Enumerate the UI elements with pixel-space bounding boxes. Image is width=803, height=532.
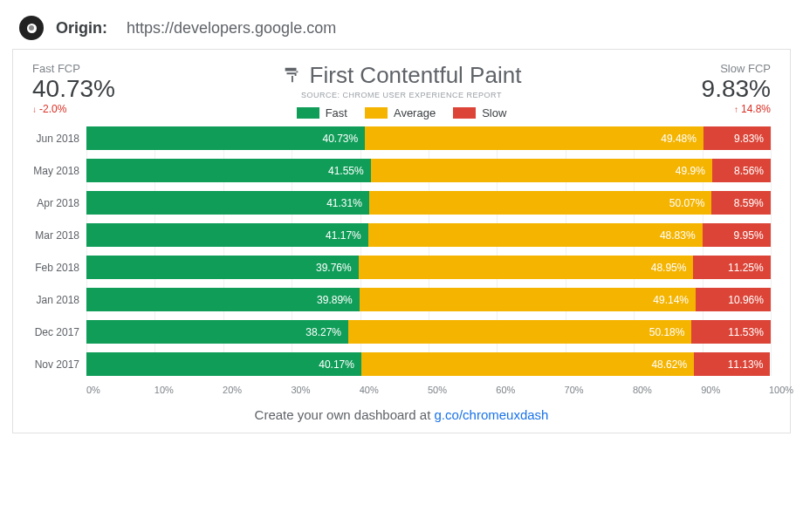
chart-row: Mar 201841.17%48.83%9.95% xyxy=(32,223,771,247)
legend-fast: Fast xyxy=(297,106,347,119)
origin-bar: Origin: https://developers.google.com xyxy=(0,0,803,49)
slow-fcp-label: Slow FCP xyxy=(622,62,771,75)
fcp-card: Fast FCP 40.73% ↓ -2.0% First Contentful… xyxy=(12,49,791,433)
segment-slow: 10.96% xyxy=(696,288,771,311)
stacked-bar: 40.17%48.62%11.13% xyxy=(86,352,771,376)
segment-avg: 49.14% xyxy=(360,288,696,311)
axis-tick: 0% xyxy=(86,385,87,395)
axis-tick: 60% xyxy=(496,385,497,395)
footer-link[interactable]: g.co/chromeuxdash xyxy=(435,407,549,422)
segment-avg: 49.9% xyxy=(371,159,712,182)
row-label: Nov 2017 xyxy=(32,358,86,371)
swatch-average-icon xyxy=(365,107,388,119)
arrow-down-icon: ↓ xyxy=(32,105,37,114)
chart-row: May 201841.55%49.9%8.56% xyxy=(32,159,771,182)
slow-fcp-value: 9.83% xyxy=(622,75,771,103)
fcp-chart: Jun 201840.73%49.48%9.83%May 201841.55%4… xyxy=(32,126,771,376)
axis-tick: 50% xyxy=(428,385,429,395)
segment-fast: 38.27% xyxy=(86,320,348,344)
row-label: Jun 2018 xyxy=(32,133,86,145)
chart-source: SOURCE: CHROME USER EXPERIENCE REPORT xyxy=(181,91,622,99)
axis-tick: 70% xyxy=(565,385,566,395)
row-label: Jan 2018 xyxy=(32,294,86,306)
stacked-bar: 40.73%49.48%9.83% xyxy=(86,126,771,150)
chart-row: Dec 201738.27%50.18%11.53% xyxy=(32,320,771,344)
footer-text: Create your own dashboard at g.co/chrome… xyxy=(32,407,771,422)
chart-x-axis: 0%10%20%30%40%50%60%70%80%90%100% xyxy=(86,385,771,395)
fast-fcp-value: 40.73% xyxy=(32,75,181,103)
axis-tick: 80% xyxy=(633,385,634,395)
stacked-bar: 41.55%49.9%8.56% xyxy=(86,159,771,182)
chart-row: Apr 201841.31%50.07%8.59% xyxy=(32,191,771,215)
axis-tick: 100% xyxy=(769,385,770,395)
legend-slow: Slow xyxy=(453,106,506,119)
stacked-bar: 39.76%48.95%11.25% xyxy=(86,256,771,279)
segment-slow: 9.83% xyxy=(703,126,771,150)
legend-average: Average xyxy=(365,106,436,119)
swatch-fast-icon xyxy=(297,107,319,119)
chart-title: First Contentful Paint xyxy=(310,62,522,89)
row-label: Mar 2018 xyxy=(32,229,86,242)
segment-avg: 48.62% xyxy=(361,352,694,376)
segment-fast: 41.55% xyxy=(86,159,371,182)
segment-fast: 39.89% xyxy=(86,288,360,311)
stacked-bar: 41.17%48.83%9.95% xyxy=(86,223,771,247)
swatch-slow-icon xyxy=(453,107,476,119)
stacked-bar: 39.89%49.14%10.96% xyxy=(86,288,771,311)
segment-slow: 8.59% xyxy=(711,191,770,215)
segment-avg: 48.95% xyxy=(359,256,694,279)
chrome-icon xyxy=(19,16,44,40)
row-label: Feb 2018 xyxy=(32,262,86,274)
segment-fast: 40.17% xyxy=(86,352,361,376)
paint-roller-icon xyxy=(282,66,301,85)
axis-tick: 40% xyxy=(360,385,360,395)
row-label: Apr 2018 xyxy=(32,197,86,209)
segment-avg: 50.07% xyxy=(369,191,712,215)
axis-tick: 10% xyxy=(154,385,155,395)
chart-row: Jan 201839.89%49.14%10.96% xyxy=(32,288,771,311)
slow-fcp-delta: ↑ 14.8% xyxy=(622,103,771,115)
chart-row: Jun 201840.73%49.48%9.83% xyxy=(32,126,771,150)
segment-slow: 11.13% xyxy=(694,352,770,376)
segment-slow: 11.25% xyxy=(693,256,770,279)
origin-value: https://developers.google.com xyxy=(127,19,336,38)
segment-fast: 41.17% xyxy=(86,223,368,247)
segment-avg: 49.48% xyxy=(365,126,703,150)
fast-fcp-stat: Fast FCP 40.73% ↓ -2.0% xyxy=(32,62,181,115)
chart-row: Feb 201839.76%48.95%11.25% xyxy=(32,256,771,279)
origin-label: Origin: xyxy=(56,19,107,38)
chart-legend: Fast Average Slow xyxy=(181,106,622,119)
slow-fcp-stat: Slow FCP 9.83% ↑ 14.8% xyxy=(622,62,771,115)
axis-tick: 90% xyxy=(701,385,702,395)
segment-slow: 8.56% xyxy=(712,159,771,182)
stacked-bar: 41.31%50.07%8.59% xyxy=(86,191,771,215)
row-label: Dec 2017 xyxy=(32,326,86,338)
segment-avg: 50.18% xyxy=(348,320,691,344)
row-label: May 2018 xyxy=(32,165,86,177)
fast-fcp-label: Fast FCP xyxy=(32,62,181,75)
chart-row: Nov 201740.17%48.62%11.13% xyxy=(32,352,771,376)
segment-fast: 41.31% xyxy=(86,191,369,215)
axis-tick: 20% xyxy=(223,385,223,395)
axis-tick: 30% xyxy=(291,385,292,395)
segment-fast: 39.76% xyxy=(86,256,359,279)
segment-avg: 48.83% xyxy=(368,223,703,247)
stacked-bar: 38.27%50.18%11.53% xyxy=(86,320,771,344)
segment-slow: 11.53% xyxy=(691,320,770,344)
segment-fast: 40.73% xyxy=(86,126,365,150)
segment-slow: 9.95% xyxy=(703,223,771,247)
fast-fcp-delta: ↓ -2.0% xyxy=(32,103,181,115)
arrow-up-icon: ↑ xyxy=(734,105,738,114)
